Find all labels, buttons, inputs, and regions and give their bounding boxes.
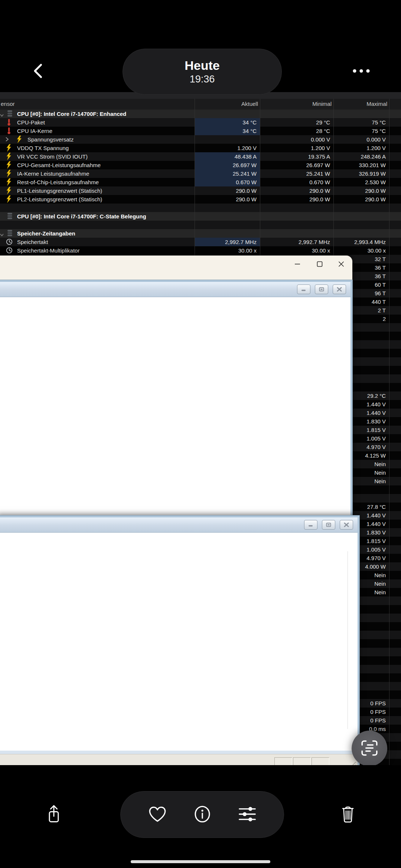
status-panel bbox=[312, 757, 329, 765]
window2-content bbox=[0, 533, 358, 751]
inner-window-titlebar bbox=[0, 282, 351, 297]
ellipsis-icon bbox=[352, 68, 371, 75]
value-minimal: 25.241 W bbox=[260, 170, 330, 177]
trash-icon bbox=[339, 804, 357, 825]
sensor-group-label: CPU [#0]: Intel Core i7-14700F: Enhanced bbox=[17, 111, 126, 117]
value-aktuell: 2,992.7 MHz bbox=[195, 239, 257, 245]
minimize-icon bbox=[304, 520, 317, 530]
sensor-label: Rest-of-Chip-Leistungsaufnahme bbox=[17, 179, 99, 185]
value-minimal: 2,992.7 MHz bbox=[260, 239, 330, 245]
value-aktuell: 26.697 W bbox=[195, 162, 257, 168]
value-minimal: 0.670 W bbox=[260, 179, 330, 185]
column-header-aktuell: Aktuell bbox=[195, 101, 258, 107]
window2-titlebar bbox=[0, 517, 358, 533]
status-panel bbox=[293, 757, 311, 765]
value-maximal: 30.00 x bbox=[334, 247, 386, 254]
restore-icon bbox=[315, 285, 328, 294]
more-options-button[interactable] bbox=[339, 49, 384, 94]
sensor-label: VR VCC Strom (SVID IOUT) bbox=[17, 153, 88, 160]
value-minimal: 28 °C bbox=[260, 128, 330, 134]
clock-icon bbox=[6, 238, 13, 247]
value-maximal: 290.0 W bbox=[334, 188, 386, 194]
live-text-scan-icon bbox=[360, 739, 379, 758]
sensor-row: Rest-of-Chip-Leistungsaufnahme0.670 W0.6… bbox=[0, 178, 401, 186]
value-aktuell: 1.200 V bbox=[195, 145, 257, 151]
value-minimal: 30.00 x bbox=[260, 247, 330, 254]
resize-grip-icon bbox=[348, 760, 356, 765]
info-button[interactable] bbox=[193, 804, 212, 825]
value-aktuell: 30.00 x bbox=[195, 247, 257, 254]
value-maximal: 248.246 A bbox=[334, 153, 386, 160]
date-time-pill[interactable]: Heute 19:36 bbox=[123, 49, 282, 95]
value-maximal: 75 °C bbox=[334, 128, 386, 134]
close-icon bbox=[333, 259, 349, 270]
favorite-button[interactable] bbox=[148, 805, 167, 824]
value-maximal: 2.530 W bbox=[334, 179, 386, 185]
clock-icon bbox=[6, 247, 13, 255]
value-minimal: 26.697 W bbox=[260, 162, 330, 168]
sensor-label: CPU-Gesamt-Leistungsaufnahme bbox=[17, 162, 101, 168]
column-header-maximal: Maximal bbox=[334, 101, 387, 107]
photo-time-label: 19:36 bbox=[190, 74, 215, 85]
sensor-row: Speichertakt2,992.7 MHz2,992.7 MHz2,993.… bbox=[0, 238, 401, 246]
window1-titlebar bbox=[0, 256, 352, 273]
sensor-row: IA-Kerne Leistungsaufnahme25.241 W25.241… bbox=[0, 169, 401, 178]
value-maximal: 75 °C bbox=[334, 119, 386, 126]
value-maximal: 2,993.4 MHz bbox=[334, 239, 386, 245]
value-aktuell: 290.0 W bbox=[195, 196, 257, 202]
sensor-label: IA-Kerne Leistungsaufnahme bbox=[17, 170, 89, 177]
adjustments-button[interactable] bbox=[238, 805, 257, 824]
sensor-group-row: CPU [#0]: Intel Core i7-14700F: Enhanced bbox=[0, 110, 401, 118]
home-indicator[interactable] bbox=[131, 860, 270, 863]
sensor-row: Spannungsversatz0.000 V0.000 V bbox=[0, 135, 401, 144]
sensor-label: Speichertakt bbox=[17, 239, 48, 245]
value-minimal: 290.0 W bbox=[260, 188, 330, 194]
chip-stack-icon bbox=[7, 110, 13, 119]
minimize-icon bbox=[297, 285, 310, 294]
sensor-row: PL2-Leistungsgrenzwert (Statisch)290.0 W… bbox=[0, 195, 401, 204]
scrollbar bbox=[348, 551, 348, 729]
sensor-row: PL1-Leistungsgrenzwert (Statisch)290.0 W… bbox=[0, 186, 401, 195]
close-icon bbox=[333, 285, 346, 294]
value-maximal: 1.200 V bbox=[334, 145, 386, 151]
value-aktuell: 25.241 W bbox=[195, 170, 257, 177]
back-button[interactable] bbox=[16, 49, 62, 94]
share-icon bbox=[45, 804, 63, 825]
expand-chevron-icon bbox=[4, 136, 10, 144]
column-header-sensor: ensor bbox=[1, 101, 15, 107]
value-aktuell: 0.670 W bbox=[195, 179, 257, 185]
sensor-row: CPU-Paket34 °C29 °C75 °C bbox=[0, 118, 401, 127]
value-aktuell: 34 °C bbox=[195, 128, 257, 134]
value-maximal: 330.201 W bbox=[334, 162, 386, 168]
chevron-left-icon bbox=[31, 63, 47, 80]
sliders-icon bbox=[238, 805, 257, 824]
value-maximal: 0.000 V bbox=[334, 136, 386, 143]
value-maximal: 290.0 W bbox=[334, 196, 386, 202]
sensor-label: Speichertakt-Multiplikator bbox=[17, 247, 79, 254]
delete-button[interactable] bbox=[325, 791, 371, 838]
sensor-label: PL1-Leistungsgrenzwert (Statisch) bbox=[17, 188, 102, 194]
sensor-row: Speichertakt-Multiplikator30.00 x30.00 x… bbox=[0, 246, 401, 255]
live-text-button[interactable] bbox=[352, 731, 387, 765]
collapse-chevron-icon bbox=[0, 231, 4, 238]
window2-statusbar bbox=[0, 754, 358, 765]
window-overlay-1 bbox=[0, 256, 352, 516]
minimize-icon bbox=[289, 259, 306, 270]
status-panel bbox=[274, 757, 292, 765]
sensor-table-header: ensor Aktuell Minimal Maximal bbox=[0, 99, 401, 110]
value-aktuell: 48.438 A bbox=[195, 153, 257, 160]
value-minimal: 0.000 V bbox=[260, 136, 330, 143]
sensor-row: VR VCC Strom (SVID IOUT)48.438 A19.375 A… bbox=[0, 152, 401, 161]
sensor-row bbox=[0, 221, 401, 229]
close-icon bbox=[340, 520, 353, 530]
heart-icon bbox=[148, 805, 167, 824]
maximize-icon bbox=[312, 259, 328, 270]
info-icon bbox=[193, 804, 212, 825]
value-aktuell: 34 °C bbox=[195, 119, 257, 126]
share-button[interactable] bbox=[30, 791, 77, 838]
sensor-row bbox=[0, 204, 401, 212]
inner-window-content bbox=[0, 297, 351, 520]
sensor-label: CPU IA-Kerne bbox=[17, 128, 52, 134]
column-separator bbox=[389, 99, 389, 765]
sensor-group-row: Speicher-Zeitangaben bbox=[0, 229, 401, 238]
